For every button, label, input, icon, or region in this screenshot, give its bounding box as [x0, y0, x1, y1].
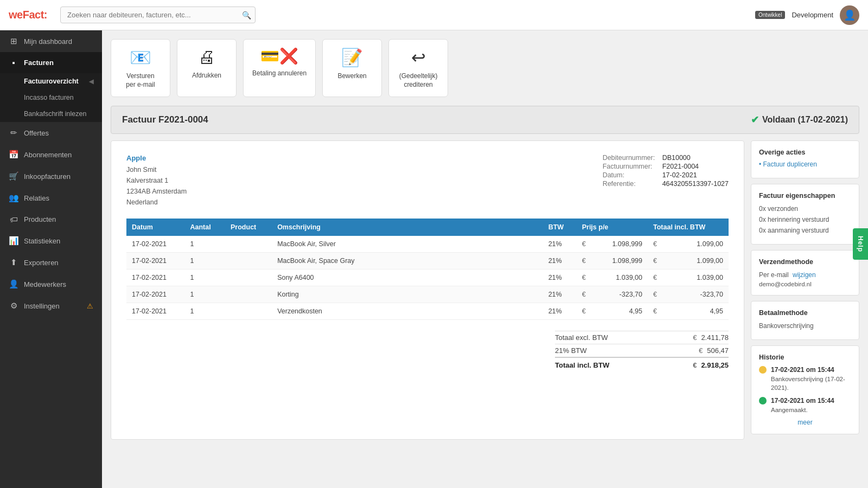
action-bewerken[interactable]: 📝 Bewerken — [322, 39, 382, 97]
cell-prijs-curr: € — [577, 253, 596, 269]
col-datum: Datum — [126, 219, 185, 236]
totals-section: Totaal excl. BTW € 2.411,78 21% BTW € 50… — [126, 331, 729, 371]
cell-totaal-curr: € — [648, 253, 671, 269]
wijzigen-link[interactable]: wijzigen — [793, 271, 816, 279]
cell-product — [225, 286, 272, 303]
cell-btw: 21% — [543, 236, 577, 253]
factuur-dupliceren-link[interactable]: • Factuur dupliceren — [759, 160, 851, 168]
totals-excl-btw: Totaal excl. BTW € 2.411,78 — [555, 331, 729, 344]
action-afdrukken[interactable]: 🖨 Afdrukken — [177, 39, 237, 97]
instellingen-icon: ⚙ — [9, 301, 18, 311]
history-item: 17-02-2021 om 15:44Bankoverschrijving (1… — [759, 365, 851, 392]
cell-btw: 21% — [543, 253, 577, 269]
sidebar-item-inkoopfacturen[interactable]: 🛒 Inkoopfacturen — [0, 165, 102, 187]
sidebar-item-facturen[interactable]: ▪ Facturen — [0, 52, 102, 73]
cell-prijs: -323,70 — [595, 286, 648, 303]
statistieken-icon: 📊 — [9, 236, 18, 246]
topbar: weFact: 🔍 Ontwikkel Development 👤 — [0, 0, 868, 30]
help-tab[interactable]: Help — [853, 228, 868, 260]
invoice-title: Factuur F2021-0004 — [122, 114, 208, 125]
versturen-label: Versturenper e-mail — [126, 72, 155, 89]
client-info-row: Apple John Smit Kalverstraat 1 1234AB Am… — [126, 154, 729, 208]
cell-aantal: 1 — [185, 253, 226, 269]
cell-omschrijving: Verzendkosten — [272, 303, 543, 320]
history-text: 17-02-2021 om 15:44Aangemaakt. — [771, 396, 834, 414]
offertes-icon: ✏ — [9, 128, 18, 138]
action-buttons: 📧 Versturenper e-mail 🖨 Afdrukken 💳❌ Bet… — [111, 39, 859, 97]
cell-product — [225, 253, 272, 269]
cell-totaal-curr: € — [648, 269, 671, 286]
sidebar-item-instellingen[interactable]: ⚙ Instellingen ⚠ — [0, 295, 102, 317]
totals-incl-btw: Totaal incl. BTW € 2.918,25 — [555, 357, 729, 371]
history-text: 17-02-2021 om 15:44Bankoverschrijving (1… — [771, 365, 851, 392]
relaties-icon: 👥 — [9, 193, 18, 203]
sidebar: ⊞ Mijn dashboard ▪ Facturen Factuuroverz… — [0, 30, 102, 488]
afdrukken-icon: 🖨 — [198, 47, 215, 67]
action-versturen[interactable]: 📧 Versturenper e-mail — [111, 39, 170, 97]
sidebar-item-medewerkers[interactable]: 👤 Medewerkers — [0, 273, 102, 295]
cell-prijs: 1.098,999 — [595, 253, 648, 269]
cell-totaal: 1.099,00 — [671, 253, 729, 269]
cell-aantal: 1 — [185, 269, 226, 286]
totals-btw: 21% BTW € 506,47 — [555, 344, 729, 357]
cell-totaal: 1.039,00 — [671, 269, 729, 286]
col-btw: BTW — [543, 219, 577, 236]
col-product: Product — [225, 219, 272, 236]
check-icon: ✔ — [751, 114, 759, 126]
inkoopfacturen-icon: 🛒 — [9, 171, 18, 181]
sidebar-item-dashboard[interactable]: ⊞ Mijn dashboard — [0, 30, 102, 52]
action-crediteren[interactable]: ↩ (Gedeeltelijk)crediteren — [388, 39, 448, 97]
sidebar-item-bankafschrift[interactable]: Bankafschrift inlezen — [0, 106, 102, 122]
side-eigenschappen: Factuur eigenschappen 0x verzonden 0x he… — [751, 184, 859, 245]
sidebar-item-offertes[interactable]: ✏ Offertes — [0, 122, 102, 144]
search-wrapper: 🔍 — [60, 7, 256, 23]
cell-btw: 21% — [543, 269, 577, 286]
crediteren-label: (Gedeeltelijk)crediteren — [399, 72, 438, 89]
sidebar-item-producten[interactable]: 🏷 Producten — [0, 209, 102, 230]
dev-badge: Ontwikkel — [755, 11, 785, 19]
betaling-label: Betaling annuleren — [252, 69, 307, 78]
cell-datum: 17-02-2021 — [126, 236, 185, 253]
cell-totaal-curr: € — [648, 236, 671, 253]
action-betaling-annuleren[interactable]: 💳❌ Betaling annuleren — [243, 39, 316, 97]
cell-datum: 17-02-2021 — [126, 303, 185, 320]
bewerken-icon: 📝 — [341, 47, 363, 68]
cell-prijs: 1.098,999 — [595, 236, 648, 253]
avatar[interactable]: 👤 — [840, 5, 859, 25]
side-overige-acties: Overige acties • Factuur dupliceren — [751, 140, 859, 178]
cell-aantal: 1 — [185, 236, 226, 253]
versturen-icon: 📧 — [130, 47, 151, 68]
cell-prijs: 4,95 — [595, 303, 648, 320]
invoice-main: Apple John Smit Kalverstraat 1 1234AB Am… — [111, 140, 744, 440]
topbar-right: Ontwikkel Development 👤 — [755, 5, 859, 25]
cell-product — [225, 269, 272, 286]
side-betaalmethode: Betaalmethode Bankoverschrijving — [751, 301, 859, 340]
dev-label[interactable]: Development — [792, 11, 833, 19]
sidebar-item-relaties[interactable]: 👥 Relaties — [0, 187, 102, 209]
sidebar-item-abonnementen[interactable]: 📅 Abonnementen — [0, 144, 102, 165]
history-item: 17-02-2021 om 15:44Aangemaakt. — [759, 396, 851, 414]
medewerkers-icon: 👤 — [9, 279, 18, 289]
sidebar-item-incasso[interactable]: Incasso facturen — [0, 89, 102, 106]
sidebar-item-factuuroverzicht[interactable]: Factuuroverzicht ◀ — [0, 73, 102, 89]
meta-referentie: Referentie: 4643205513397-1027 — [603, 180, 729, 188]
history-dot — [759, 366, 767, 374]
table-row: 17-02-2021 1 Korting 21% € -323,70 € -32… — [126, 286, 729, 303]
cell-omschrijving: Sony A6400 — [272, 269, 543, 286]
cell-prijs-curr: € — [577, 303, 596, 320]
meer-link[interactable]: meer — [759, 419, 851, 426]
meta-factuurnummer: Factuurnummer: F2021-0004 — [603, 163, 729, 170]
cell-aantal: 1 — [185, 286, 226, 303]
side-verzendmethode: Verzendmethode Per e-mail wijzigen demo@… — [751, 250, 859, 296]
client-name[interactable]: Apple — [126, 154, 187, 162]
search-input[interactable] — [60, 7, 256, 23]
bewerken-label: Bewerken — [337, 72, 366, 81]
cell-totaal-curr: € — [648, 303, 671, 320]
sidebar-item-exporteren[interactable]: ⬆ Exporteren — [0, 252, 102, 273]
cell-aantal: 1 — [185, 303, 226, 320]
betaling-icon: 💳❌ — [260, 47, 298, 65]
abonnementen-icon: 📅 — [9, 150, 18, 159]
cell-totaal: 4,95 — [671, 303, 729, 320]
main-content: 📧 Versturenper e-mail 🖨 Afdrukken 💳❌ Bet… — [102, 30, 868, 488]
sidebar-item-statistieken[interactable]: 📊 Statistieken — [0, 230, 102, 252]
